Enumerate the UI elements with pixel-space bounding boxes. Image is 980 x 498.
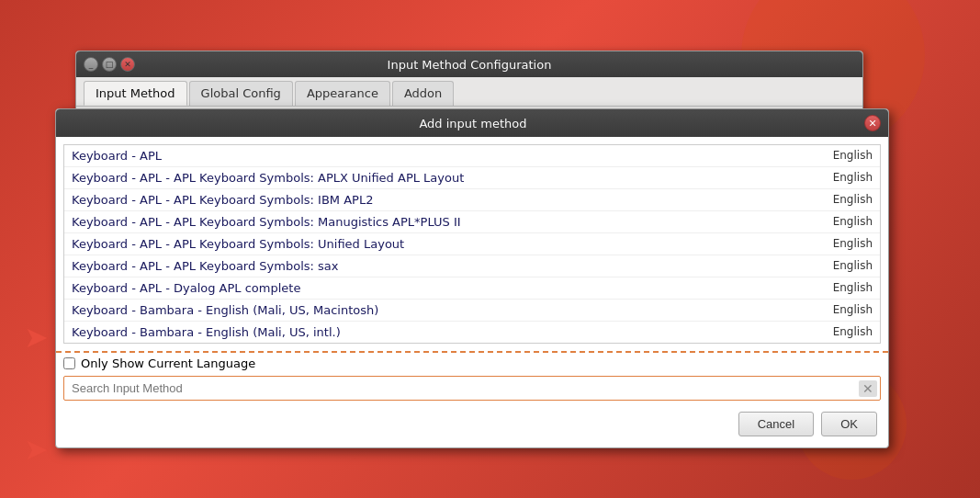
arrow-checkbox: ➤ [24,320,49,355]
item-lang: English [833,171,873,185]
list-item[interactable]: Keyboard - Bambara - English (Mali, US, … [64,322,880,343]
item-name: Keyboard - APL - Dyalog APL complete [72,281,300,295]
item-lang: English [833,215,873,229]
add-dialog-title: Add input method [82,117,864,130]
minimize-button[interactable]: _ [84,57,98,72]
arrow-toolbar: ➤ [24,432,49,467]
dialog-footer: Cancel OK [56,404,888,447]
search-row: ✕ [63,376,881,401]
item-lang: English [833,303,873,317]
ok-button[interactable]: OK [821,412,877,436]
item-name: Keyboard - Bambara - English (Mali, US, … [72,325,341,339]
maximize-button[interactable]: □ [102,57,117,72]
item-lang: English [833,193,873,207]
item-lang: English [833,237,873,251]
search-input[interactable] [63,376,881,401]
list-item[interactable]: Keyboard - APL - APL Keyboard Symbols: s… [64,255,880,277]
config-window-title: Input Method Configuration [135,58,804,72]
list-item[interactable]: Keyboard - APL English [64,145,880,167]
only-current-language-checkbox[interactable] [63,357,75,369]
tab-input-method[interactable]: Input Method [84,81,187,106]
search-clear-button[interactable]: ✕ [859,380,877,397]
add-dialog-titlebar: Add input method ✕ [56,109,888,137]
list-item[interactable]: Keyboard - APL - APL Keyboard Symbols: I… [64,189,880,211]
checkbox-row: Only Show Current Language [56,351,888,372]
item-name: Keyboard - APL - APL Keyboard Symbols: U… [72,237,404,251]
list-item[interactable]: Keyboard - APL - APL Keyboard Symbols: A… [64,167,880,189]
config-tabs: Input Method Global Config Appearance Ad… [76,77,862,107]
close-add-dialog-button[interactable]: ✕ [864,115,881,131]
tab-appearance[interactable]: Appearance [295,81,390,106]
add-dialog: Add input method ✕ Keyboard - APL Englis… [55,108,889,448]
item-name: Keyboard - APL [72,149,162,163]
list-item[interactable]: Keyboard - APL - Dyalog APL complete Eng… [64,277,880,300]
only-current-language-label[interactable]: Only Show Current Language [81,357,255,370]
item-name: Keyboard - Bambara - English (Mali, US, … [72,303,378,317]
item-name: Keyboard - APL - APL Keyboard Symbols: I… [72,193,373,207]
input-method-list: Keyboard - APL English Keyboard - APL - … [63,144,881,344]
item-lang: English [833,281,873,295]
tab-addon[interactable]: Addon [392,81,454,106]
item-name: Keyboard - APL - APL Keyboard Symbols: M… [72,215,461,229]
close-config-button[interactable]: ✕ [120,57,135,72]
item-lang: English [833,259,873,273]
item-name: Keyboard - APL - APL Keyboard Symbols: s… [72,259,339,273]
list-item[interactable]: Keyboard - APL - APL Keyboard Symbols: M… [64,211,880,233]
list-item[interactable]: Keyboard - APL - APL Keyboard Symbols: U… [64,233,880,255]
list-item[interactable]: Keyboard - Bambara - English (Mali, US, … [64,300,880,322]
config-titlebar: _ □ ✕ Input Method Configuration [76,51,862,77]
item-lang: English [833,149,873,163]
item-name: Keyboard - APL - APL Keyboard Symbols: A… [72,171,464,185]
cancel-button[interactable]: Cancel [738,412,814,436]
item-lang: English [833,325,873,339]
window-controls: _ □ ✕ [84,57,135,72]
tab-global-config[interactable]: Global Config [189,81,293,106]
